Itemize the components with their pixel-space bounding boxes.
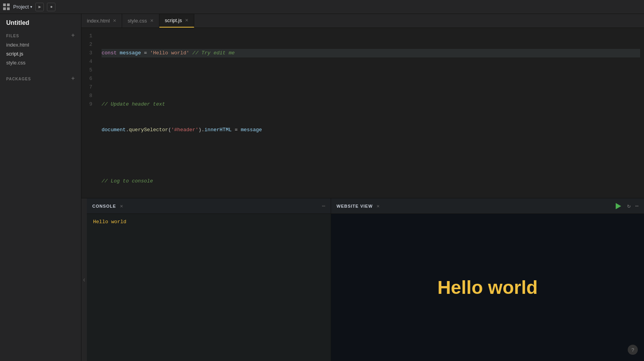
tab-indexhtml[interactable]: index.html ✕ [81,14,122,28]
tab-label-indexhtml: index.html [87,18,110,24]
line-numbers: 1 2 3 4 5 6 7 8 9 [81,28,98,198]
console-close-button[interactable]: ✕ [120,203,123,209]
website-content: Hello world [331,214,644,361]
bottom-area: ❮ CONSOLE ✕ ⋯ Hello world WEBSITE VIEW ✕ [81,198,644,361]
refresh-icon[interactable]: ↻ [627,202,631,210]
tab-close-scriptjs[interactable]: ✕ [185,18,188,23]
sidebar-item-stylecss[interactable]: style.css [0,58,81,67]
console-content: Hello world [87,214,331,361]
tab-label-scriptjs: script.js [165,17,182,23]
packages-label: PACKAGES [6,77,31,81]
code-editor[interactable]: 1 2 3 4 5 6 7 8 9 const message = 'Hello… [81,28,644,198]
console-title: CONSOLE [92,204,116,208]
tabs-bar: index.html ✕ style.css ✕ script.js ✕ [81,14,644,28]
website-panel-header: WEBSITE VIEW ✕ ↻ ⋯ [331,198,644,214]
play-icon [616,203,621,209]
console-panel: CONSOLE ✕ ⋯ Hello world [87,198,331,361]
website-view-title: WEBSITE VIEW [337,204,373,208]
website-more-button[interactable]: ⋯ [635,203,639,209]
tab-close-indexhtml[interactable]: ✕ [113,18,116,23]
sidebar: Untitled FILES + index.html script.js st… [0,14,81,361]
website-actions: ↻ ⋯ [614,202,639,210]
grid-icon[interactable] [3,3,10,10]
code-content[interactable]: const message = 'Hello world' // Try edi… [98,28,644,198]
tab-stylecss[interactable]: style.css ✕ [122,14,159,28]
packages-section-header: PACKAGES + [0,73,81,83]
main-layout: Untitled FILES + index.html script.js st… [0,14,644,361]
website-close-button[interactable]: ✕ [376,203,380,209]
console-output-line: Hello world [93,218,325,226]
editor-area: index.html ✕ style.css ✕ script.js ✕ 1 2… [81,14,644,361]
console-panel-header: CONSOLE ✕ ⋯ [87,198,331,214]
top-bar: Project ▶ ● [0,0,644,14]
console-more-button[interactable]: ⋯ [322,203,325,209]
tab-close-stylecss[interactable]: ✕ [150,18,154,23]
collapse-handle[interactable]: ❮ [81,198,87,361]
files-label: FILES [6,34,19,38]
add-file-button[interactable]: + [71,33,75,39]
tab-scriptjs[interactable]: script.js ✕ [159,14,194,28]
website-hello-text: Hello world [437,277,538,298]
sidebar-item-indexhtml[interactable]: index.html [0,40,81,49]
play-button[interactable] [614,202,623,210]
files-section-header: FILES + [0,30,81,40]
tab-label-stylecss: style.css [128,18,147,24]
project-button[interactable]: Project [13,4,32,10]
help-button[interactable]: ? [628,345,638,355]
eye-icon[interactable]: ● [47,3,55,11]
sidebar-item-scriptjs[interactable]: script.js [0,49,81,58]
website-panel: WEBSITE VIEW ✕ ↻ ⋯ Hello world [331,198,644,361]
project-title: Untitled [0,14,81,30]
add-package-button[interactable]: + [71,76,75,82]
preview-icon[interactable]: ▶ [35,3,44,11]
